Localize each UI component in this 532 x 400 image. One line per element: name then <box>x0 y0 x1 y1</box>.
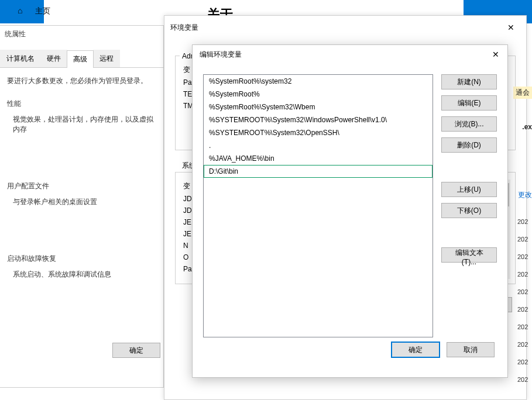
editdlg-cancel-button[interactable]: 取消 <box>447 342 495 357</box>
performance-title: 性能 <box>7 99 156 109</box>
close-icon[interactable]: ✕ <box>502 20 520 35</box>
tab-advanced[interactable]: 高级 <box>67 50 94 68</box>
right-list-item: 202 <box>517 358 532 365</box>
right-list-item: 202 <box>517 271 532 278</box>
path-list-item[interactable]: D:\Git\bin <box>204 165 433 178</box>
new-button[interactable]: 新建(N) <box>441 74 497 89</box>
right-list-item: 202 <box>517 218 532 225</box>
dialog-title: 统属性 <box>0 26 163 43</box>
right-list-item: 202 <box>517 306 532 313</box>
frag-ext: .ex <box>522 123 532 131</box>
performance-desc: 视觉效果，处理器计划，内存使用，以及虚拟内存 <box>13 115 156 135</box>
system-properties-dialog: 统属性 计算机名 硬件 高级 远程 要进行大多数更改，您必须作为管理员登录。 性… <box>0 25 164 388</box>
edit-environment-variable-dialog: 编辑环境变量 ✕ %SystemRoot%\system32%SystemRoo… <box>192 44 508 378</box>
path-list-item[interactable]: %SystemRoot% <box>204 88 433 101</box>
edit-button[interactable]: 编辑(E) <box>441 95 497 111</box>
path-list-item[interactable]: . <box>204 139 433 152</box>
close-icon[interactable]: ✕ <box>486 47 505 61</box>
startup-desc: 系统启动、系统故障和调试信息 <box>13 270 156 280</box>
right-list-item: 202 <box>517 323 532 330</box>
frag-change-link[interactable]: 更改 <box>518 190 532 200</box>
browse-button[interactable]: 浏览(B)... <box>441 116 497 132</box>
profile-desc: 与登录帐户相关的桌面设置 <box>13 197 156 207</box>
right-list-item: 202 <box>517 376 532 383</box>
admin-message: 要进行大多数更改，您必须作为管理员登录。 <box>7 76 156 86</box>
path-list-item[interactable]: %SystemRoot%\system32 <box>204 75 433 88</box>
envparent-title: 环境变量 <box>170 23 198 33</box>
home-icon[interactable]: ⌂ <box>18 6 22 15</box>
tab-hardware[interactable]: 硬件 <box>40 50 67 67</box>
tab-strip: 计算机名 硬件 高级 远程 <box>0 50 163 68</box>
path-list-item[interactable]: %SYSTEMROOT%\System32\OpenSSH\ <box>204 126 433 139</box>
delete-button[interactable]: 删除(D) <box>441 137 497 153</box>
right-list-item: 202 <box>517 253 532 260</box>
home-label[interactable]: 主页 <box>35 6 50 16</box>
profile-title: 用户配置文件 <box>7 181 156 191</box>
sysprop-ok-button[interactable]: 确定 <box>112 343 160 358</box>
edit-text-button[interactable]: 编辑文本(T)... <box>441 247 497 263</box>
move-down-button[interactable]: 下移(O) <box>441 203 497 218</box>
path-list-item[interactable]: %SYSTEMROOT%\System32\WindowsPowerShell\… <box>204 113 433 126</box>
path-list[interactable]: %SystemRoot%\system32%SystemRoot%%System… <box>203 74 433 337</box>
frag-badge: 通会 <box>513 87 532 99</box>
right-list-item: 202 <box>517 341 532 348</box>
startup-title: 启动和故障恢复 <box>7 254 156 264</box>
path-list-item[interactable]: %JAVA_HOME%\bin <box>204 152 433 165</box>
editdlg-ok-button[interactable]: 确定 <box>392 342 440 357</box>
tab-computer-name[interactable]: 计算机名 <box>0 50 41 67</box>
right-list-item: 202 <box>517 236 532 243</box>
right-list-fragment: 202202202202202202202202202202 <box>517 208 532 394</box>
editdlg-title: 编辑环境变量 <box>200 50 242 60</box>
move-up-button[interactable]: 上移(U) <box>441 182 497 197</box>
path-list-item[interactable]: %SystemRoot%\System32\Wbem <box>204 101 433 113</box>
right-list-item: 202 <box>517 288 532 295</box>
tab-remote[interactable]: 远程 <box>93 50 120 67</box>
